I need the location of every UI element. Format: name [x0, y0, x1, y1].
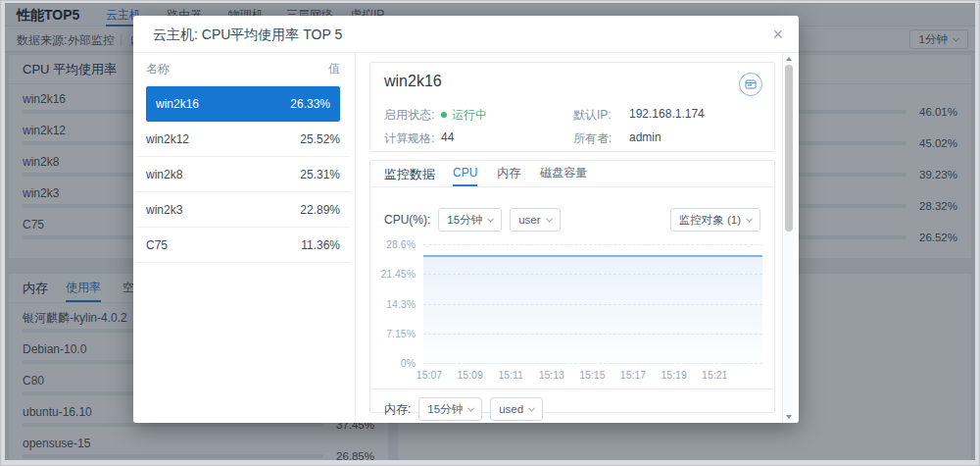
owner-value: admin — [629, 130, 662, 144]
list-item-c75[interactable]: C7511.36% — [136, 228, 350, 263]
mem-metric-label: 内存: — [384, 401, 411, 418]
chevron-down-icon — [528, 404, 535, 411]
x-axis-tick: 15:11 — [489, 369, 532, 381]
list-item-win2k8[interactable]: win2k825.31% — [136, 157, 350, 192]
spec-label: 计算规格: — [384, 130, 434, 147]
chevron-down-icon — [746, 215, 753, 222]
modal-scrollbar — [782, 53, 794, 423]
gridline — [423, 363, 762, 364]
vm-list: 名称 值 win2k1626.33% win2k1225.52% win2k82… — [133, 53, 356, 423]
window-edge — [1, 1, 5, 465]
chevron-down-icon — [545, 215, 552, 222]
x-axis-tick: 15:17 — [612, 369, 655, 381]
monitor-section-label: 监控数据 — [384, 161, 435, 186]
y-axis-tick: 7.15% — [370, 328, 416, 339]
list-item-win2k16[interactable]: win2k1626.33% — [146, 86, 340, 122]
mem-metric-dropdown[interactable]: used — [490, 397, 543, 421]
monitor-card: 监控数据 CPU 内存 磁盘容量 CPU(%): 15分钟 user 监控对象 … — [369, 160, 775, 413]
col-name: 名称 — [146, 61, 170, 78]
scroll-up-icon[interactable] — [786, 57, 792, 61]
list-header: 名称 值 — [146, 53, 340, 86]
series-line — [423, 255, 762, 257]
scrollbar-thumb[interactable] — [785, 65, 793, 232]
cpu-metric-label: CPU(%): — [384, 213, 430, 227]
ip-value: 192.168.1.174 — [629, 107, 705, 121]
close-icon[interactable]: × — [772, 23, 783, 46]
y-axis-tick: 0% — [370, 357, 416, 369]
window-edge — [1, 1, 979, 3]
scroll-down-icon[interactable] — [786, 415, 792, 419]
divider — [370, 388, 774, 389]
monitor-tab-memory[interactable]: 内存 — [497, 161, 520, 186]
list-item-win2k12[interactable]: win2k1225.52% — [136, 122, 350, 157]
x-axis-tick: 15:09 — [449, 369, 492, 381]
vm-name: win2k16 — [384, 73, 442, 90]
series-area — [423, 257, 762, 363]
list-item-win2k3[interactable]: win2k322.89% — [136, 192, 350, 228]
state-label: 启用状态: — [384, 107, 434, 124]
chevron-down-icon — [487, 215, 494, 222]
x-axis-tick: 15:19 — [653, 369, 696, 381]
x-axis-tick: 15:15 — [570, 369, 613, 381]
spec-value: 44 — [441, 130, 454, 144]
x-axis-tick: 15:13 — [530, 369, 573, 381]
y-axis-tick: 14.3% — [370, 298, 416, 310]
state-value: 运行中 — [441, 107, 487, 124]
y-axis-tick: 21.45% — [370, 268, 416, 280]
status-dot-icon — [441, 112, 447, 118]
monitor-target-dropdown[interactable]: 监控对象 (1) — [670, 208, 760, 232]
console-icon[interactable] — [739, 73, 762, 96]
col-value: 值 — [328, 61, 340, 78]
cpu-top5-modal: 云主机: CPU平均使用率 TOP 5 × 名称 值 win2k1626.33%… — [133, 16, 799, 423]
window-edge — [1, 460, 979, 465]
modal-title: 云主机: CPU平均使用率 TOP 5 — [133, 16, 799, 53]
y-axis-tick: 28.6% — [370, 238, 416, 250]
x-axis-tick: 15:07 — [408, 369, 451, 381]
monitor-tab-disk[interactable]: 磁盘容量 — [540, 161, 587, 186]
app-window: 性能TOP5 云主机 路由器 物理机 三层网络 虚拟IP 数据来源: 外部监控 … — [0, 0, 980, 466]
gridline — [423, 244, 762, 245]
monitor-tab-cpu[interactable]: CPU — [453, 161, 477, 186]
cpu-metric-dropdown[interactable]: user — [510, 208, 560, 232]
owner-label: 所有者: — [573, 130, 612, 147]
mem-interval-dropdown[interactable]: 15分钟 — [418, 397, 482, 421]
vm-info-card: win2k16 启用状态: 运行中 默认IP: 192.168.1.174 计算… — [369, 62, 775, 152]
window-edge — [975, 1, 979, 465]
chevron-down-icon — [467, 404, 474, 411]
x-axis-tick: 15:21 — [693, 369, 736, 381]
ip-label: 默认IP: — [573, 107, 612, 124]
cpu-chart: 0%7.15%14.3%21.45%28.6%15:0715:0915:1115… — [370, 237, 776, 387]
cpu-interval-dropdown[interactable]: 15分钟 — [438, 208, 502, 232]
